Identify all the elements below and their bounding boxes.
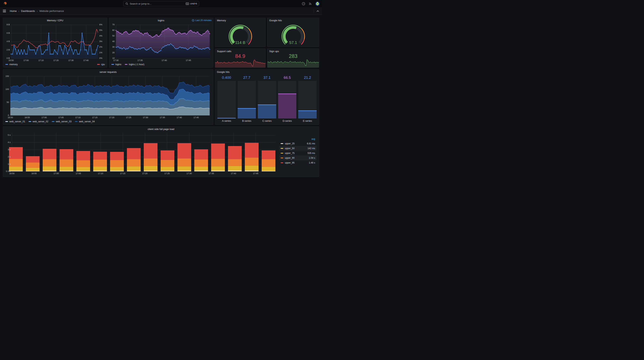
panel-support-calls: Support calls 84.9 — [215, 48, 266, 68]
bar-value: 0.400 — [217, 75, 236, 81]
legend-item-web-server-01[interactable]: web_server_01 — [5, 120, 25, 123]
collapse-chevron-up-icon[interactable] — [316, 10, 319, 13]
panel-google-hits-gauge: Google hits 57.1 — [267, 18, 319, 47]
legend-row-upper-50[interactable]: upper_50142 ms — [279, 146, 317, 151]
chart-legend: logins logins (-1 hour) — [109, 62, 213, 67]
panel-title[interactable]: Memory — [215, 18, 266, 23]
bar-value: 21.2 — [298, 75, 317, 81]
grafana-logo[interactable] — [3, 1, 8, 6]
panel-title[interactable]: Memory / CPU — [3, 18, 107, 23]
bar-gauge-e-series: 21.2 E-series — [298, 75, 317, 124]
panel-title[interactable]: Support calls — [215, 49, 266, 54]
bar-label: E-series — [298, 118, 317, 124]
bar-value: 27.7 — [238, 75, 256, 81]
client-page-load-chart[interactable] — [4, 132, 278, 175]
shortcut-label: cmd+k — [190, 2, 197, 5]
support-calls-sparkline[interactable] — [215, 59, 266, 68]
clock-icon — [192, 19, 194, 22]
search-input[interactable]: Search or jump to... cmd+k — [123, 1, 199, 6]
bar-value: 37.1 — [258, 75, 276, 81]
legend-avg-header[interactable]: avg — [279, 137, 317, 141]
panel-logins: logins Last 20 minutes logins logins (-1… — [109, 18, 213, 68]
server-requests-chart[interactable] — [4, 74, 212, 119]
legend-item-cpu[interactable]: cpu — [97, 63, 105, 66]
panel-title[interactable]: Sign ups — [268, 49, 319, 54]
news-rss-icon[interactable] — [308, 2, 312, 5]
panel-client-page-load: client side full page load avg upper_256… — [3, 126, 319, 177]
panel-title[interactable]: Google hits — [215, 70, 319, 74]
bar-gauge-group: 0.400 A-series 27.7 B-series 37.1 C-seri… — [217, 75, 317, 124]
search-icon — [125, 2, 128, 5]
chart-legend: web_server_01 web_server_02 web_server_0… — [3, 119, 213, 124]
keyboard-icon — [186, 2, 189, 5]
panel-title[interactable]: Google hits — [268, 18, 319, 23]
memory-cpu-chart[interactable] — [4, 23, 106, 62]
legend-item-logins-prev[interactable]: logins (-1 hour) — [125, 63, 144, 66]
logins-chart[interactable] — [110, 23, 212, 62]
bar-label: D-series — [278, 118, 296, 124]
breadcrumb-current-page: Website performance — [39, 10, 64, 12]
legend-row-upper-90[interactable]: upper_901.04 s — [279, 156, 317, 160]
dashboard-controls — [314, 10, 319, 13]
panel-memory-gauge: Memory 114 B — [215, 18, 266, 47]
legend-item-web-server-02[interactable]: web_server_02 — [28, 120, 48, 123]
bar-value: 66.5 — [278, 75, 296, 81]
stat-value: 84.9 — [215, 53, 266, 59]
legend-row-upper-95[interactable]: upper_951.46 s — [279, 160, 317, 165]
grafana-dashboard: Search or jump to... cmd+k ? — [0, 0, 322, 180]
help-icon[interactable]: ? — [302, 2, 305, 5]
sign-ups-sparkline[interactable] — [268, 59, 319, 68]
top-navigation-bar: Search or jump to... cmd+k ? — [0, 0, 322, 8]
bar-track[interactable] — [278, 81, 296, 118]
user-avatar[interactable] — [315, 2, 320, 6]
chart-legend: memory cpu — [3, 62, 107, 67]
bar-label: B-series — [238, 118, 256, 124]
legend-row-upper-75[interactable]: upper_75535 ms — [279, 151, 317, 156]
bar-label: A-series — [217, 118, 236, 124]
panel-title[interactable]: server requests — [3, 70, 213, 74]
gauge-value: 57.1 — [268, 40, 319, 45]
legend-item-web-server-04[interactable]: web_server_04 — [75, 120, 95, 123]
search-placeholder: Search or jump to... — [130, 2, 184, 5]
legend-item-memory[interactable]: memory — [5, 63, 18, 66]
legend-item-logins[interactable]: logins — [111, 63, 121, 66]
bar-label: C-series — [258, 118, 276, 124]
bar-gauge-b-series: 27.7 B-series — [238, 75, 256, 124]
bar-track[interactable] — [258, 81, 276, 118]
breadcrumb-bar: Home › Dashboards › Website performance — [0, 8, 322, 15]
legend-row-upper-25[interactable]: upper_256.81 ms — [279, 141, 317, 146]
topbar-actions: ? — [302, 0, 320, 8]
legend-table: avg upper_256.81 ms upper_50142 ms upper… — [279, 137, 317, 165]
bar-gauge-d-series: 66.5 D-series — [278, 75, 296, 124]
svg-text:?: ? — [303, 3, 304, 5]
menu-toggle-icon[interactable] — [3, 10, 6, 12]
panel-time-range[interactable]: Last 20 minutes — [192, 18, 212, 23]
breadcrumb-separator: › — [18, 10, 19, 13]
panel-sign-ups: Sign ups 283 — [267, 48, 319, 68]
panel-memory-cpu: Memory / CPU memory cpu — [3, 18, 107, 68]
divider — [314, 10, 314, 13]
grafana-flame-icon — [3, 2, 7, 6]
bar-gauge-c-series: 37.1 C-series — [258, 75, 276, 124]
breadcrumb-dashboards[interactable]: Dashboards — [21, 10, 35, 12]
keyboard-shortcut: cmd+k — [186, 2, 197, 5]
panel-google-hits-bars: Google hits 0.400 A-series 27.7 B-series… — [215, 69, 319, 125]
panel-title[interactable]: client side full page load — [3, 126, 319, 132]
bar-track[interactable] — [217, 81, 236, 118]
bar-track[interactable] — [238, 81, 256, 118]
panel-server-requests: server requests web_server_01 web_server… — [3, 69, 213, 125]
breadcrumb-home[interactable]: Home — [10, 10, 17, 12]
bar-gauge-a-series: 0.400 A-series — [217, 75, 236, 124]
gauge-value: 114 B — [215, 40, 266, 45]
stat-value: 283 — [268, 53, 319, 59]
bar-track[interactable] — [298, 81, 317, 118]
breadcrumb-separator: › — [36, 10, 38, 13]
legend-item-web-server-03[interactable]: web_server_03 — [52, 120, 72, 123]
breadcrumb: Home › Dashboards › Website performance — [10, 10, 64, 13]
